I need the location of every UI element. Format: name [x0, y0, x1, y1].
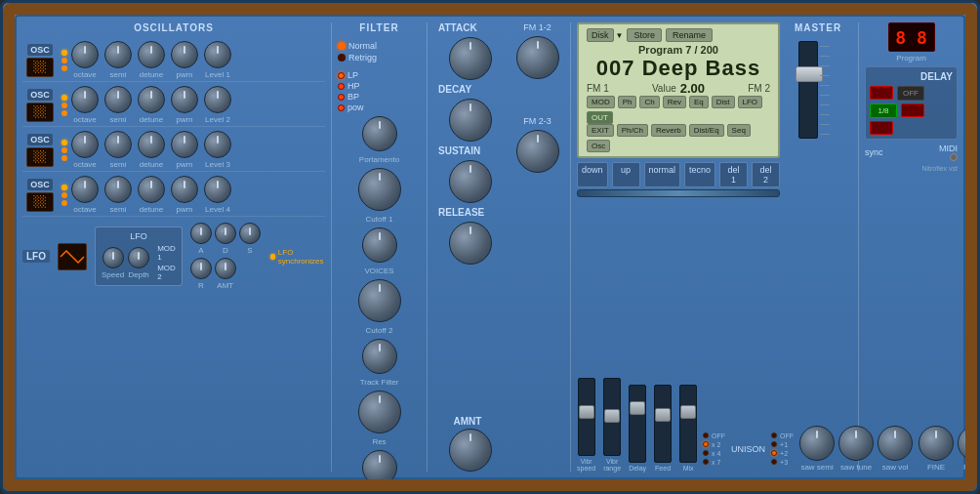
velfm-knob[interactable] [362, 450, 397, 485]
osc3-octave-knob[interactable] [71, 131, 99, 158]
mod-btn[interactable]: MOD [587, 96, 615, 108]
disk-button[interactable]: Disk [587, 28, 614, 42]
osc3-pwm-knob[interactable] [171, 131, 198, 158]
osc-btn[interactable]: Osc [587, 140, 610, 152]
osc3-display[interactable]: ░░ [26, 147, 54, 167]
osc4-pwm-knob[interactable] [171, 176, 198, 203]
preset-del1[interactable]: del 1 [719, 162, 748, 187]
store-button[interactable]: Store [627, 28, 662, 42]
delay-fader[interactable] [629, 385, 646, 463]
osc1-pwm-knob[interactable] [171, 41, 198, 68]
delay-18-btn[interactable]: 1/8 [870, 103, 897, 118]
osc1-level-knob[interactable] [204, 41, 231, 68]
osc4-level-knob[interactable] [204, 176, 231, 203]
delay-off-btn[interactable]: OFF [897, 86, 924, 101]
res-knob[interactable] [358, 391, 401, 433]
osc2-detune-knob[interactable] [138, 86, 165, 113]
feed-handle[interactable] [655, 408, 671, 422]
portamento-knob[interactable] [362, 116, 397, 151]
preset-tecno[interactable]: tecno [684, 162, 715, 187]
osc2-level-knob[interactable] [204, 86, 231, 113]
saw-semi-knob[interactable] [799, 426, 835, 461]
ch-btn[interactable]: Ch [639, 96, 659, 108]
delay-btn-3[interactable] [901, 103, 924, 117]
lfo-speed-knob[interactable] [102, 247, 124, 268]
vibr-speed-handle[interactable] [579, 405, 594, 419]
preset-slider[interactable] [577, 189, 780, 197]
vibr-speed-fader[interactable] [578, 378, 595, 456]
fm23-knob[interactable] [516, 130, 559, 173]
osc4-semi-knob[interactable] [104, 176, 132, 203]
mix-fader-group: Mix [679, 385, 697, 472]
attack-knob[interactable] [449, 37, 492, 80]
phch-btn[interactable]: Ph/Ch [617, 124, 648, 137]
delay-btn-1[interactable] [870, 86, 893, 100]
osc3-level-knob[interactable] [204, 131, 231, 158]
trackfilter-label: Track Filter [360, 378, 399, 387]
reverb-btn[interactable]: Reverb [651, 124, 686, 137]
preset-down[interactable]: down [577, 162, 608, 187]
osc4-detune-label: detune [140, 205, 163, 214]
osc1-detune-knob[interactable] [138, 41, 165, 68]
disteq-btn[interactable]: Dist/Eq [689, 124, 724, 137]
fine-knob[interactable] [919, 426, 954, 461]
lfo-d-knob[interactable] [215, 223, 236, 244]
osc-row-3: OSC ░░ octave semi detune pwm Level 3 [22, 129, 325, 172]
lfo-r-knob[interactable] [190, 258, 212, 279]
osc1-semi-knob[interactable] [104, 41, 132, 68]
master-scale [820, 41, 836, 139]
dist-btn[interactable]: Dist [712, 96, 735, 108]
seq-btn[interactable]: Seq [727, 124, 751, 137]
amnt-section: AMNT [449, 416, 492, 472]
rename-button[interactable]: Rename [666, 28, 713, 42]
trackfilter-knob[interactable] [362, 339, 397, 374]
delay-btn-4[interactable] [870, 121, 893, 135]
release-knob[interactable] [449, 222, 492, 265]
rev-btn[interactable]: Rev [663, 96, 686, 108]
osc4-detune-knob[interactable] [138, 176, 165, 203]
master-fader-handle[interactable] [796, 66, 823, 82]
out-btn[interactable]: OUT [587, 111, 613, 124]
eq-btn[interactable]: Eq [689, 96, 709, 108]
feed-fader[interactable] [654, 385, 672, 463]
sustain-knob[interactable] [449, 160, 492, 203]
lfo-s-knob[interactable] [239, 223, 261, 244]
decay-knob[interactable] [449, 99, 492, 142]
ph-btn[interactable]: Ph [618, 96, 637, 108]
osc2-pwm-knob[interactable] [171, 86, 198, 113]
voices-knob[interactable] [362, 227, 397, 263]
exit-btn[interactable]: EXIT [587, 124, 614, 137]
osc3-dot1 [61, 140, 67, 145]
preset-normal[interactable]: normal [644, 162, 681, 187]
lfo-amt-knob[interactable] [215, 258, 236, 279]
delay-handle[interactable] [630, 401, 645, 415]
amnt-knob[interactable] [449, 429, 492, 472]
unison-p2-row: +2 [771, 450, 794, 457]
saw-vol-knob[interactable] [878, 426, 913, 461]
osc2-octave-knob[interactable] [71, 86, 99, 113]
osc2-semi-knob[interactable] [104, 86, 132, 113]
vibr-range-handle[interactable] [604, 409, 620, 423]
osc3-detune-knob[interactable] [138, 131, 165, 158]
osc2-display[interactable]: ░░ [26, 103, 54, 122]
pitch-knob[interactable] [958, 426, 980, 461]
preset-up[interactable]: up [612, 162, 640, 187]
saw-tune-knob[interactable] [838, 426, 874, 461]
lfo-btn[interactable]: LFO [738, 96, 763, 108]
mix-handle[interactable] [680, 405, 696, 419]
cutoff2-knob[interactable] [358, 279, 401, 322]
fm12-knob[interactable] [516, 36, 559, 79]
mix-fader[interactable] [679, 385, 697, 463]
osc1-display[interactable]: ░░ [26, 58, 54, 77]
osc4-display[interactable]: ░░ [26, 192, 54, 212]
preset-del2[interactable]: del 2 [752, 162, 780, 187]
osc1-octave-knob[interactable] [71, 41, 99, 68]
lfo-depth-knob[interactable] [128, 247, 149, 268]
osc3-level-label: Level 3 [205, 160, 230, 169]
lfo-a-knob[interactable] [190, 223, 212, 244]
osc3-semi-knob[interactable] [104, 131, 132, 158]
osc4-octave-knob[interactable] [71, 176, 99, 203]
cutoff1-knob[interactable] [358, 168, 401, 211]
osc3-semi-label: semi [110, 160, 127, 169]
vibr-range-fader[interactable] [603, 378, 621, 456]
